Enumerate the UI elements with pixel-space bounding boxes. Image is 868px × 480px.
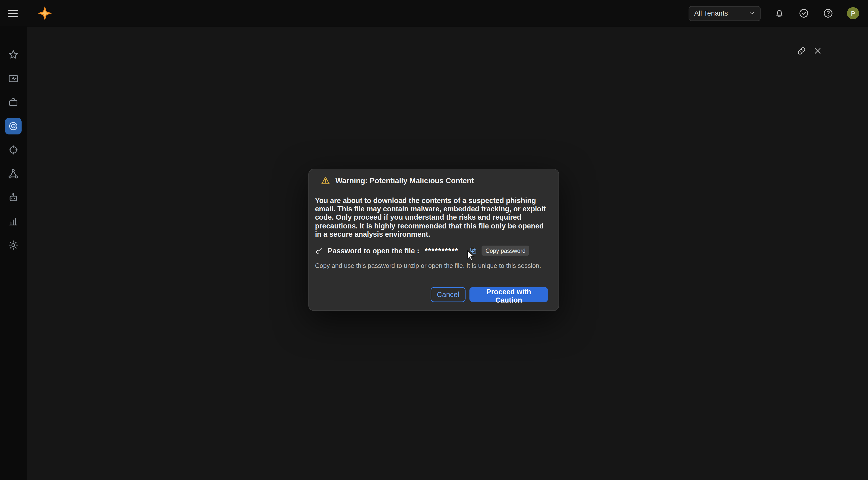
app-root: All Tenants P User Reported Phishing Ema…	[0, 0, 868, 480]
brand-logo-icon[interactable]	[36, 5, 53, 22]
star-icon	[8, 49, 19, 60]
bullseye-icon	[8, 121, 19, 132]
notifications-bell-icon[interactable]	[774, 8, 785, 19]
tenant-selector[interactable]: All Tenants	[689, 6, 761, 21]
warning-triangle-icon	[320, 176, 331, 185]
sidebar-item-detections[interactable]	[5, 118, 22, 134]
sidebar-item-dashboard[interactable]	[5, 70, 22, 87]
copy-password-tooltip[interactable]: Copy password	[482, 246, 529, 256]
copy-link-icon[interactable]	[797, 46, 807, 56]
mouse-cursor	[467, 250, 475, 262]
chevron-down-icon	[748, 10, 755, 17]
password-row: Password to open the file : ********** C…	[309, 238, 558, 256]
password-value: **********	[425, 247, 458, 255]
sidebar-item-automation[interactable]	[5, 189, 22, 206]
sidebar-item-correlations[interactable]	[5, 165, 22, 182]
malicious-content-warning-modal: Warning: Potentially Malicious Content Y…	[308, 169, 559, 311]
sidebar-item-settings[interactable]	[5, 237, 22, 253]
password-note: Copy and use this password to unzip or o…	[309, 256, 558, 269]
proceed-with-caution-button[interactable]: Proceed with Caution	[469, 287, 548, 302]
crosshair-icon	[8, 145, 19, 156]
topbar-actions: All Tenants P	[689, 6, 868, 21]
sidebar-item-reports[interactable]	[5, 213, 22, 230]
password-label: Password to open the file :	[328, 247, 419, 255]
sidebar-item-favorites[interactable]	[5, 46, 22, 63]
bar-chart-icon	[8, 216, 19, 227]
sidebar-item-cases[interactable]	[5, 94, 22, 110]
close-icon[interactable]	[813, 46, 823, 56]
modal-actions: Cancel Proceed with Caution	[431, 287, 548, 302]
top-bar: All Tenants P	[0, 0, 868, 27]
network-graph-icon	[8, 168, 19, 179]
cancel-button[interactable]: Cancel	[431, 287, 466, 302]
modal-header: Warning: Potentially Malicious Content	[309, 169, 558, 186]
briefcase-icon	[8, 97, 19, 108]
robot-icon	[8, 192, 19, 203]
sidebar-item-hunting[interactable]	[5, 142, 22, 158]
key-icon	[315, 247, 323, 255]
hamburger-menu-icon[interactable]	[8, 8, 18, 19]
left-nav-sidebar	[0, 27, 27, 480]
modal-body-text: You are about to download the contents o…	[309, 186, 558, 238]
avatar-initial: P	[851, 10, 855, 17]
user-avatar[interactable]: P	[847, 7, 859, 19]
modal-title: Warning: Potentially Malicious Content	[335, 177, 474, 185]
gear-icon	[8, 239, 19, 251]
help-icon[interactable]	[823, 8, 834, 19]
dashboard-icon	[8, 73, 19, 84]
tasks-check-icon[interactable]	[798, 8, 809, 19]
tenant-selector-value: All Tenants	[694, 9, 745, 17]
